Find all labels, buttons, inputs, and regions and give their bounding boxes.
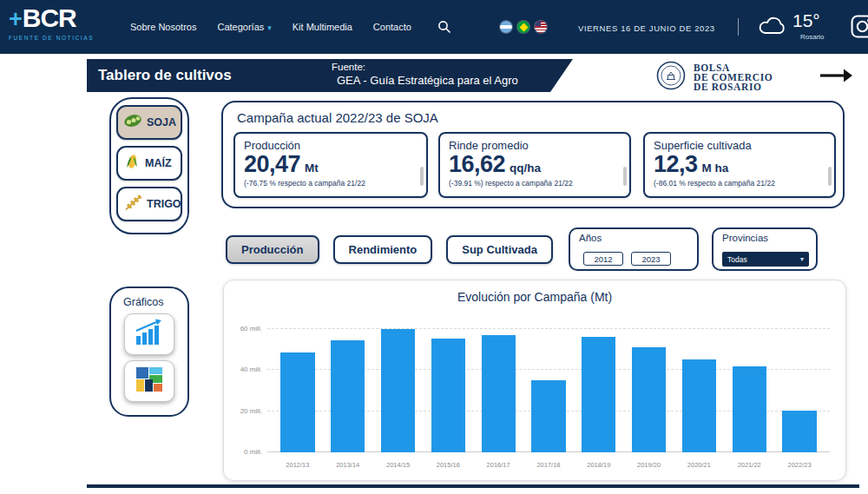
temperature: 15°	[792, 10, 820, 31]
metric-label: Superficie cultivada	[654, 139, 752, 152]
bar-2016/17[interactable]	[482, 335, 516, 452]
bar-chart-view-button[interactable]	[124, 313, 174, 355]
metric-unit: qq/ha	[510, 161, 541, 175]
bar-2021/22[interactable]	[733, 366, 766, 453]
corn-icon	[122, 152, 141, 175]
x-tick-label: 2020/21	[674, 461, 725, 469]
metric-delta: (-86.01 % respecto a campaña 21/22	[654, 179, 820, 192]
bar-2022/23[interactable]	[782, 411, 816, 452]
search-icon[interactable]	[437, 20, 451, 34]
nav-item-contacto[interactable]: Contacto	[373, 22, 411, 32]
crop-label: SOJA	[147, 116, 176, 128]
next-arrow-icon[interactable]	[819, 68, 853, 87]
y-tick-label: 60 mill.	[227, 325, 262, 333]
treemap-icon	[135, 366, 163, 396]
bars	[267, 319, 830, 452]
chevron-down-icon: ▾	[267, 23, 272, 32]
evolution-chart-card: Evolución por Campaña (Mt) 0 mill.20 mil…	[223, 280, 846, 481]
bar-slot	[473, 319, 523, 452]
weather-city: Rosario	[800, 33, 825, 41]
metric-card-superficie: Superficie cultivada 12,3 M ha (-86.01 %…	[643, 132, 836, 198]
source-block: Fuente: GEA - Guía Estratégica para el A…	[332, 61, 518, 88]
bar-slot	[423, 319, 473, 452]
crop-label: MAÍZ	[145, 157, 172, 169]
top-nav: +BCR FUENTE DE NOTICIAS Sobre Nosotros C…	[0, 0, 868, 54]
tab-rendimiento[interactable]: Rendimiento	[333, 235, 433, 264]
provinces-dropdown[interactable]: Todas ▾	[722, 252, 809, 267]
argentina-flag-icon[interactable]	[500, 21, 512, 33]
metric-value: 12,3	[654, 151, 698, 178]
crop-selector-panel: SOJA MAÍZ TRIGO	[109, 97, 189, 234]
treemap-view-button[interactable]	[124, 360, 174, 402]
campaign-title: Campaña actual 2022/23 de SOJA	[237, 110, 438, 125]
bar-slot	[523, 319, 574, 452]
bar-slot	[774, 319, 825, 452]
bar-slot	[624, 319, 674, 452]
x-tick-label: 2018/19	[574, 461, 624, 469]
metric-unit: Mt	[305, 161, 319, 175]
tab-produccion[interactable]: Producción	[226, 235, 319, 264]
camera-icon[interactable]	[851, 15, 868, 42]
x-tick-label: 2013/14	[323, 461, 373, 469]
source-value: GEA - Guía Estratégica para el Agro	[332, 74, 518, 88]
year-to-input[interactable]	[631, 252, 671, 266]
page: +BCR FUENTE DE NOTICIAS Sobre Nosotros C…	[0, 0, 868, 494]
nav-item-kit-multimedia[interactable]: Kit Multimedia	[293, 22, 352, 32]
bar-2019/20[interactable]	[632, 347, 666, 452]
graficos-panel: Gráficos	[109, 287, 189, 417]
nav-item-sobre-nosotros[interactable]: Sobre Nosotros	[130, 22, 196, 32]
metric-card-rinde: Rinde promedio 16,62 qq/ha (-39.91 %) re…	[438, 132, 631, 198]
logo-plus-icon: +	[9, 6, 22, 32]
x-axis: 2012/132013/142014/152015/162016/172017/…	[267, 461, 830, 469]
dashboard: Tablero de cultivos Fuente: GEA - Guía E…	[87, 59, 859, 494]
language-flags	[500, 21, 547, 33]
x-tick-label: 2015/16	[423, 461, 473, 469]
bcr-logo[interactable]: +BCR FUENTE DE NOTICIAS	[9, 4, 94, 41]
crop-label: TRIGO	[147, 198, 181, 210]
bar-slot	[574, 319, 624, 452]
bar-2012/13[interactable]	[280, 352, 314, 452]
crop-button-soja[interactable]: SOJA	[116, 105, 182, 140]
bar-2017/18[interactable]	[531, 380, 565, 452]
chart-title: Evolución por Campaña (Mt)	[224, 290, 845, 304]
bar-2018/19[interactable]	[582, 337, 615, 452]
years-filter: Años	[569, 227, 699, 271]
bar-2013/14[interactable]	[331, 340, 365, 452]
logo-text: +BCR	[9, 4, 94, 33]
tab-sup-cultivada[interactable]: Sup Cultivada	[446, 235, 553, 264]
x-tick-label: 2022/23	[774, 461, 825, 469]
cloud-icon	[757, 14, 790, 41]
crop-button-trigo[interactable]: TRIGO	[116, 187, 182, 221]
metric-label: Rinde promedio	[449, 139, 529, 152]
campaign-summary-panel: Campaña actual 2022/23 de SOJA Producció…	[221, 101, 845, 208]
x-tick-label: 2021/22	[724, 461, 774, 469]
y-tick-label: 0 mill.	[227, 448, 262, 456]
dashboard-title: Tablero de cultivos	[98, 67, 232, 84]
year-from-input[interactable]	[583, 252, 623, 266]
x-tick-label: 2019/20	[624, 461, 674, 469]
bcr-seal-icon	[656, 61, 686, 94]
x-tick-label: 2012/13	[273, 461, 323, 469]
nav-item-categorias[interactable]: Categorías▾	[217, 22, 271, 32]
bar-2015/16[interactable]	[431, 339, 465, 452]
bar-2014/15[interactable]	[381, 329, 415, 452]
nav-divider	[738, 18, 739, 36]
x-tick-label: 2017/18	[523, 461, 574, 469]
card-scrollbar[interactable]	[828, 167, 832, 186]
bar-2020/21[interactable]	[682, 359, 716, 452]
wheat-icon	[122, 193, 143, 215]
source-label: Fuente:	[332, 61, 518, 74]
brazil-flag-icon[interactable]	[517, 21, 529, 33]
y-tick-label: 40 mill.	[227, 366, 262, 373]
metric-label: Producción	[244, 139, 300, 152]
crop-button-maiz[interactable]: MAÍZ	[116, 146, 182, 181]
usa-flag-icon[interactable]	[535, 21, 547, 33]
bar-slot	[724, 319, 774, 452]
metric-delta: (-76.75 % respecto a campaña 21/22	[244, 179, 412, 192]
x-tick-label: 2016/17	[473, 461, 523, 469]
provinces-selected-value: Todas	[727, 255, 747, 264]
current-date: VIERNES 16 DE JUNIO DE 2023	[578, 23, 715, 33]
card-scrollbar[interactable]	[420, 167, 424, 186]
main-menu: Sobre Nosotros Categorías▾ Kit Multimedi…	[130, 0, 451, 54]
card-scrollbar[interactable]	[623, 167, 627, 186]
